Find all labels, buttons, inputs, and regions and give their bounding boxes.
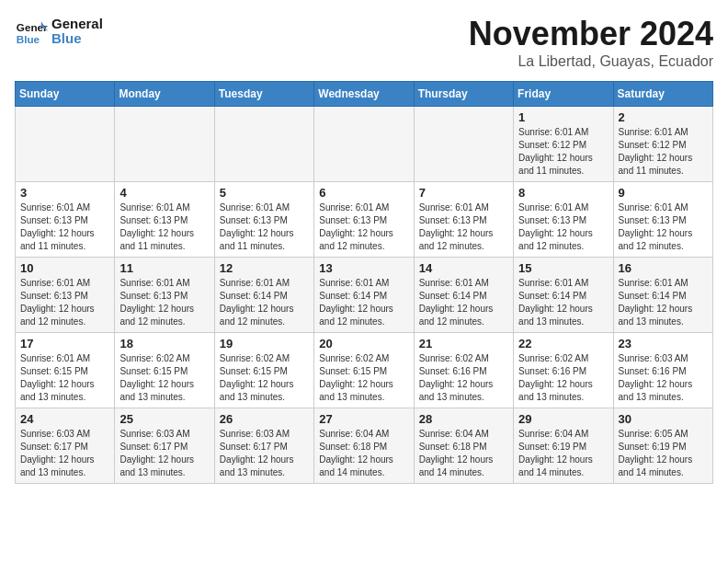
calendar-cell: 3Sunrise: 6:01 AM Sunset: 6:13 PM Daylig… (16, 182, 115, 258)
month-title: November 2024 (469, 15, 713, 53)
calendar-cell: 1Sunrise: 6:01 AM Sunset: 6:12 PM Daylig… (514, 107, 613, 182)
calendar-cell: 24Sunrise: 6:03 AM Sunset: 6:17 PM Dayli… (16, 408, 115, 484)
calendar-cell: 29Sunrise: 6:04 AM Sunset: 6:19 PM Dayli… (514, 408, 613, 484)
day-info: Sunrise: 6:04 AM Sunset: 6:18 PM Dayligh… (419, 428, 508, 479)
day-number: 17 (20, 337, 109, 350)
calendar-cell: 5Sunrise: 6:01 AM Sunset: 6:13 PM Daylig… (214, 182, 313, 258)
calendar-cell: 25Sunrise: 6:03 AM Sunset: 6:17 PM Dayli… (115, 408, 214, 484)
day-number: 25 (119, 412, 209, 426)
day-info: Sunrise: 6:01 AM Sunset: 6:13 PM Dayligh… (220, 201, 309, 253)
day-info: Sunrise: 6:04 AM Sunset: 6:19 PM Dayligh… (518, 428, 608, 479)
day-number: 18 (119, 337, 209, 350)
day-info: Sunrise: 6:01 AM Sunset: 6:13 PM Dayligh… (119, 277, 209, 328)
calendar-cell: 20Sunrise: 6:02 AM Sunset: 6:15 PM Dayli… (314, 333, 414, 408)
svg-text:Blue: Blue (17, 33, 40, 45)
calendar-cell: 11Sunrise: 6:01 AM Sunset: 6:13 PM Dayli… (115, 258, 214, 333)
day-number: 5 (220, 186, 309, 200)
day-info: Sunrise: 6:01 AM Sunset: 6:13 PM Dayligh… (518, 201, 608, 253)
day-number: 30 (619, 412, 708, 426)
day-number: 8 (518, 186, 608, 200)
calendar-cell: 16Sunrise: 6:01 AM Sunset: 6:14 PM Dayli… (613, 258, 712, 333)
day-info: Sunrise: 6:01 AM Sunset: 6:15 PM Dayligh… (20, 352, 109, 404)
day-number: 23 (619, 337, 708, 350)
day-number: 26 (220, 412, 309, 426)
calendar-cell: 21Sunrise: 6:02 AM Sunset: 6:16 PM Dayli… (414, 333, 513, 408)
day-number: 10 (20, 261, 109, 275)
calendar-cell: 13Sunrise: 6:01 AM Sunset: 6:14 PM Dayli… (314, 258, 414, 333)
logo-icon: General Blue (15, 15, 48, 48)
calendar-cell: 9Sunrise: 6:01 AM Sunset: 6:13 PM Daylig… (613, 182, 712, 258)
title-area: November 2024 La Libertad, Guayas, Ecuad… (469, 15, 713, 70)
day-number: 15 (518, 261, 608, 275)
calendar-cell: 6Sunrise: 6:01 AM Sunset: 6:13 PM Daylig… (314, 182, 414, 258)
day-header-friday: Friday (514, 82, 613, 107)
calendar-cell: 26Sunrise: 6:03 AM Sunset: 6:17 PM Dayli… (214, 408, 313, 484)
day-header-thursday: Thursday (414, 82, 513, 107)
calendar-cell: 12Sunrise: 6:01 AM Sunset: 6:14 PM Dayli… (214, 258, 313, 333)
day-info: Sunrise: 6:02 AM Sunset: 6:16 PM Dayligh… (419, 352, 508, 404)
day-info: Sunrise: 6:03 AM Sunset: 6:17 PM Dayligh… (220, 428, 309, 479)
logo: General Blue General Blue (15, 15, 103, 48)
day-number: 12 (220, 261, 309, 275)
day-number: 2 (619, 110, 708, 124)
calendar-cell (16, 107, 115, 182)
calendar-cell (214, 107, 313, 182)
day-info: Sunrise: 6:04 AM Sunset: 6:18 PM Dayligh… (319, 428, 408, 479)
day-number: 27 (319, 412, 408, 426)
calendar-cell: 18Sunrise: 6:02 AM Sunset: 6:15 PM Dayli… (115, 333, 214, 408)
day-info: Sunrise: 6:02 AM Sunset: 6:15 PM Dayligh… (220, 352, 309, 404)
day-info: Sunrise: 6:01 AM Sunset: 6:14 PM Dayligh… (220, 277, 309, 328)
day-info: Sunrise: 6:01 AM Sunset: 6:12 PM Dayligh… (518, 126, 608, 178)
day-number: 20 (319, 337, 408, 350)
day-info: Sunrise: 6:05 AM Sunset: 6:19 PM Dayligh… (619, 428, 708, 479)
day-header-monday: Monday (115, 82, 214, 107)
calendar-cell (414, 107, 513, 182)
calendar-cell: 10Sunrise: 6:01 AM Sunset: 6:13 PM Dayli… (16, 258, 115, 333)
day-info: Sunrise: 6:01 AM Sunset: 6:13 PM Dayligh… (619, 201, 708, 253)
day-info: Sunrise: 6:03 AM Sunset: 6:17 PM Dayligh… (20, 428, 109, 479)
day-number: 24 (20, 412, 109, 426)
day-info: Sunrise: 6:03 AM Sunset: 6:16 PM Dayligh… (619, 352, 708, 404)
day-info: Sunrise: 6:01 AM Sunset: 6:14 PM Dayligh… (619, 277, 708, 328)
calendar-cell: 28Sunrise: 6:04 AM Sunset: 6:18 PM Dayli… (414, 408, 513, 484)
day-number: 1 (518, 110, 608, 124)
day-number: 16 (619, 261, 708, 275)
subtitle: La Libertad, Guayas, Ecuador (469, 53, 713, 70)
calendar-cell: 8Sunrise: 6:01 AM Sunset: 6:13 PM Daylig… (514, 182, 613, 258)
calendar-cell: 14Sunrise: 6:01 AM Sunset: 6:14 PM Dayli… (414, 258, 513, 333)
calendar-cell: 23Sunrise: 6:03 AM Sunset: 6:16 PM Dayli… (613, 333, 712, 408)
day-number: 11 (119, 261, 209, 275)
day-header-tuesday: Tuesday (214, 82, 313, 107)
day-info: Sunrise: 6:01 AM Sunset: 6:13 PM Dayligh… (20, 277, 109, 328)
day-number: 7 (419, 186, 508, 200)
calendar-cell (314, 107, 414, 182)
calendar-cell (115, 107, 214, 182)
day-info: Sunrise: 6:01 AM Sunset: 6:12 PM Dayligh… (619, 126, 708, 178)
day-number: 13 (319, 261, 408, 275)
day-number: 9 (619, 186, 708, 200)
day-number: 28 (419, 412, 508, 426)
day-info: Sunrise: 6:03 AM Sunset: 6:17 PM Dayligh… (119, 428, 209, 479)
calendar-cell: 27Sunrise: 6:04 AM Sunset: 6:18 PM Dayli… (314, 408, 414, 484)
day-header-saturday: Saturday (613, 82, 712, 107)
day-number: 22 (518, 337, 608, 350)
day-number: 3 (20, 186, 109, 200)
day-info: Sunrise: 6:01 AM Sunset: 6:13 PM Dayligh… (20, 201, 109, 253)
day-info: Sunrise: 6:02 AM Sunset: 6:15 PM Dayligh… (119, 352, 209, 404)
day-info: Sunrise: 6:02 AM Sunset: 6:15 PM Dayligh… (319, 352, 408, 404)
logo-line2: Blue (51, 31, 103, 47)
day-number: 14 (419, 261, 508, 275)
calendar-cell: 2Sunrise: 6:01 AM Sunset: 6:12 PM Daylig… (613, 107, 712, 182)
day-info: Sunrise: 6:01 AM Sunset: 6:14 PM Dayligh… (518, 277, 608, 328)
calendar-cell: 15Sunrise: 6:01 AM Sunset: 6:14 PM Dayli… (514, 258, 613, 333)
day-info: Sunrise: 6:01 AM Sunset: 6:13 PM Dayligh… (119, 201, 209, 253)
day-number: 19 (220, 337, 309, 350)
logo-line1: General (51, 17, 103, 32)
day-info: Sunrise: 6:01 AM Sunset: 6:14 PM Dayligh… (419, 277, 508, 328)
day-number: 6 (319, 186, 408, 200)
calendar-cell: 17Sunrise: 6:01 AM Sunset: 6:15 PM Dayli… (16, 333, 115, 408)
calendar-cell: 4Sunrise: 6:01 AM Sunset: 6:13 PM Daylig… (115, 182, 214, 258)
day-info: Sunrise: 6:01 AM Sunset: 6:14 PM Dayligh… (319, 277, 408, 328)
calendar-cell: 7Sunrise: 6:01 AM Sunset: 6:13 PM Daylig… (414, 182, 513, 258)
day-number: 29 (518, 412, 608, 426)
